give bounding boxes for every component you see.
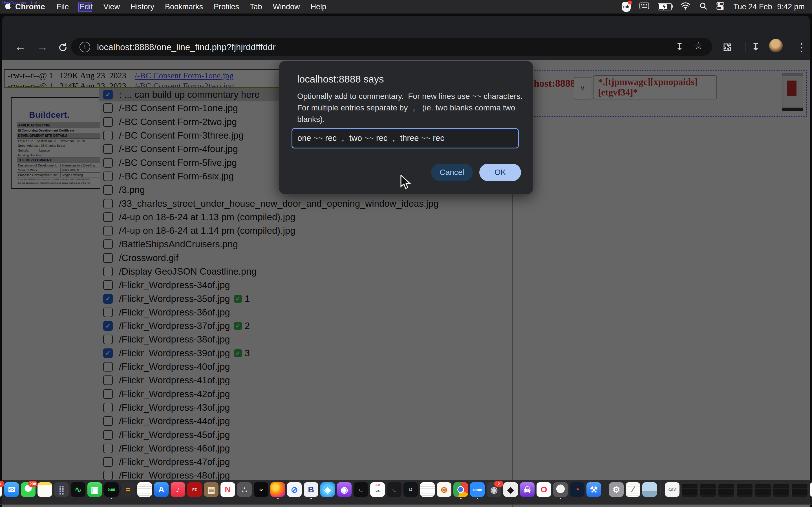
dock-item-mamp[interactable] (553, 482, 568, 499)
forward-button[interactable]: → (37, 41, 48, 53)
document-icon[interactable] (420, 482, 435, 497)
activity-terminal-icon[interactable]: 0:00 (104, 482, 119, 497)
battery-icon[interactable] (658, 3, 672, 10)
minimized-terminal-window[interactable] (792, 484, 808, 497)
purple-skull-app-icon[interactable]: ☠ (520, 482, 535, 497)
dock-item-cards-window[interactable]: ♦ (810, 482, 812, 497)
bookmark-star-icon[interactable]: ☆ (694, 40, 703, 51)
extensions-puzzle-icon[interactable] (722, 42, 732, 55)
menubar-app-icon[interactable] (622, 2, 631, 12)
intellij-idea-icon[interactable]: IJ (403, 482, 418, 497)
dock-item-reminders[interactable]: ≡3 (0, 482, 2, 497)
menubar-menu-tab[interactable]: Tab (250, 3, 262, 11)
dock-item-calendar[interactable]: 24FEB (370, 482, 385, 497)
minimized-terminal-window[interactable] (755, 484, 771, 497)
menubar-menu-bookmarks[interactable]: Bookmarks (165, 3, 203, 11)
menubar-menu-profiles[interactable]: Profiles (214, 3, 239, 11)
facetime-icon[interactable]: ▣ (87, 482, 102, 497)
calculator-icon[interactable]: = (121, 482, 135, 497)
minimized-terminal-window[interactable] (773, 484, 790, 497)
cards-window-icon[interactable]: ♦ (810, 482, 812, 497)
circle-slash-app-icon[interactable]: ⊘ (287, 482, 302, 497)
dock-item-news[interactable]: N (220, 482, 235, 497)
dock-item-intellij-idea[interactable]: IJ (403, 482, 418, 497)
dock-item-terminal[interactable]: ›_ (387, 482, 402, 497)
dock-item-activity-terminal[interactable]: 0:00 (104, 482, 119, 499)
cancel-button[interactable]: Cancel (431, 164, 473, 181)
dock-item-messages[interactable]: 208 (21, 482, 36, 497)
zoom-icon[interactable]: zoom (470, 482, 485, 497)
url-text[interactable]: localhost:8888/one_line_find.php?fjhjrdd… (97, 42, 276, 52)
dock-item-image-capture[interactable]: ◉2 (487, 482, 501, 497)
minimized-terminal-window[interactable] (700, 484, 716, 497)
dock-item-document[interactable] (420, 482, 435, 497)
apple-tv-icon[interactable]: tv (254, 482, 268, 497)
kebab-menu-icon[interactable]: ⋮ (796, 41, 807, 54)
dock-item-bbedit[interactable]: B (304, 482, 318, 499)
wifi-icon[interactable] (680, 2, 691, 12)
csv-file-icon[interactable]: CSV (665, 482, 679, 497)
minimized-terminal-window[interactable] (681, 484, 698, 497)
dock-item-inkscape[interactable]: ◆ (503, 482, 518, 497)
dock-item-firefox[interactable] (270, 482, 285, 499)
omnibox-download-icon[interactable]: ↧ (675, 41, 684, 52)
automator-utility-icon[interactable]: ⚙ (609, 482, 624, 497)
dock-item-facetime[interactable]: ▣ (87, 482, 102, 497)
ok-button[interactable]: OK (479, 164, 521, 181)
opera-icon[interactable]: O (537, 482, 551, 497)
dock-item-zoom[interactable]: zoom (470, 482, 485, 499)
contacts-icon[interactable]: ▤ (204, 482, 218, 497)
site-info-icon[interactable]: i (80, 42, 90, 52)
launchpad-icon[interactable]: ⣿ (54, 482, 69, 497)
dock-item-mail[interactable]: ✉ (4, 482, 19, 497)
dock-item-apple-tv[interactable]: tv (254, 482, 268, 497)
bbedit-icon[interactable]: B (304, 482, 318, 497)
music-icon[interactable]: ♪ (170, 482, 185, 497)
news-icon[interactable]: N (220, 482, 235, 497)
photos-window-icon[interactable] (642, 482, 657, 497)
dock-item-calculator[interactable]: = (121, 482, 135, 497)
dock-item-music[interactable]: ♪ (170, 482, 185, 497)
reload-button[interactable] (57, 42, 68, 55)
dock-item-xcode[interactable]: ⚒ (587, 482, 601, 497)
app-store-icon[interactable]: A (154, 482, 168, 497)
art-palette-icon[interactable]: ⊛ (437, 482, 451, 497)
notes-editor-icon[interactable]: ∕ (626, 482, 640, 497)
audio-waveform-app-icon[interactable]: ∿ (71, 482, 86, 497)
profile-avatar[interactable] (769, 39, 783, 52)
mail-icon[interactable]: ✉ (4, 482, 19, 497)
dock-item-filezilla[interactable]: FZ (187, 482, 202, 497)
textedit-icon[interactable] (137, 482, 152, 497)
dock-item-safari[interactable]: ◈ (320, 482, 335, 497)
menubar-menu-view[interactable]: View (103, 3, 120, 11)
minimized-terminal-window[interactable] (718, 484, 734, 497)
control-center-icon[interactable] (716, 2, 725, 12)
dock-item-automator-utility[interactable]: ⚙ (609, 482, 624, 497)
dialog-text-input[interactable] (292, 128, 519, 149)
dock-item-app-store[interactable]: A (154, 482, 168, 497)
dock-item-csv-file[interactable]: CSV (665, 482, 679, 497)
firefox-icon[interactable] (270, 482, 285, 497)
dock-item-chrome[interactable] (453, 482, 468, 499)
dock-item-speedtest[interactable]: ◔ (570, 482, 585, 497)
gimp-icon[interactable]: ∴ (237, 482, 252, 497)
dock-item-opera[interactable]: O (537, 482, 551, 497)
dock-item-launchpad[interactable]: ⣿ (54, 482, 69, 497)
dock-item-notes-editor[interactable]: ∕ (626, 482, 640, 497)
chrome-icon[interactable] (453, 482, 468, 497)
dock-item-purple-skull-app[interactable]: ☠ (520, 482, 535, 497)
inkscape-icon[interactable]: ◆ (503, 482, 518, 497)
menubar-menu-window[interactable]: Window (273, 3, 300, 11)
podcasts-icon[interactable]: ◉ (337, 482, 352, 497)
dock-item-gimp[interactable]: ∴ (237, 482, 252, 497)
dock-item-contacts[interactable]: ▤ (204, 482, 218, 497)
dock-item-notes[interactable] (38, 482, 52, 497)
speedtest-icon[interactable]: ◔ (570, 482, 585, 497)
dock-item-iterm-terminal[interactable]: ›_ (354, 482, 368, 497)
keyboard-icon[interactable] (639, 2, 649, 12)
back-button[interactable]: ← (15, 41, 26, 53)
iterm-terminal-icon[interactable]: ›_ (354, 482, 368, 497)
filezilla-icon[interactable]: FZ (187, 482, 202, 497)
menubar-menu-file[interactable]: File (57, 3, 69, 11)
menubar-menu-history[interactable]: History (131, 3, 154, 11)
